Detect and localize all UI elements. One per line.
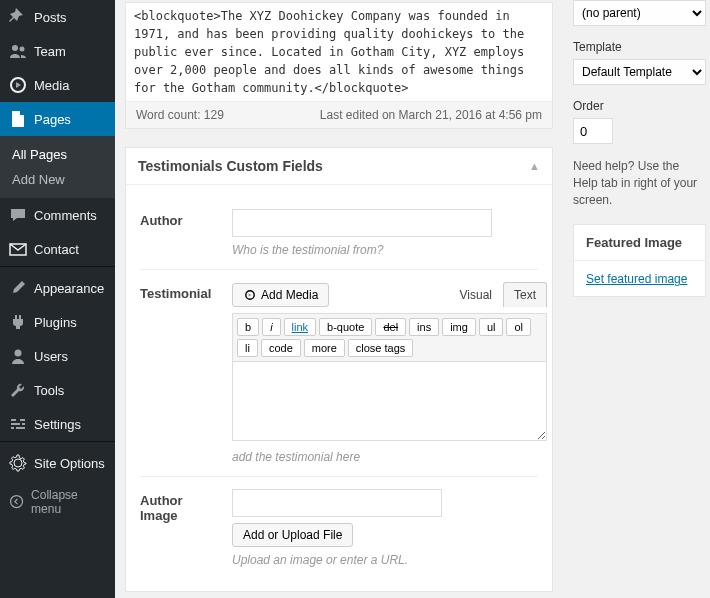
- sidebar-sub-all-pages[interactable]: All Pages: [0, 142, 115, 167]
- svg-point-1: [20, 47, 25, 52]
- wrench-icon: [8, 380, 28, 400]
- admin-sidebar: Posts Team Media Pages All Pages Add New…: [0, 0, 115, 598]
- sidebar-sub-add-new[interactable]: Add New: [0, 167, 115, 192]
- qt-ol[interactable]: ol: [506, 318, 531, 336]
- word-count: Word count: 129: [136, 108, 224, 122]
- sidebar-item-settings[interactable]: Settings: [0, 407, 115, 441]
- author-image-help: Upload an image or enter a URL.: [232, 553, 538, 567]
- svg-point-4: [11, 496, 23, 508]
- sidebar-item-label: Users: [34, 349, 68, 364]
- author-input[interactable]: [232, 209, 492, 237]
- order-label: Order: [573, 99, 706, 113]
- editor-status-bar: Word count: 129 Last edited on March 21,…: [126, 101, 552, 128]
- quicktags-toolbar: b i link b-quote del ins img ul ol li co: [232, 313, 547, 361]
- sidebar-item-label: Settings: [34, 417, 81, 432]
- comment-icon: [8, 205, 28, 225]
- page-icon: [8, 109, 28, 129]
- editor-tabs: Visual Text: [449, 282, 547, 307]
- collapse-icon: [8, 493, 25, 511]
- mail-icon: [8, 239, 28, 259]
- metabox-body: Author Who is the testimonial from? Test…: [126, 185, 552, 591]
- qt-italic[interactable]: i: [262, 318, 280, 336]
- qt-ins[interactable]: ins: [409, 318, 439, 336]
- gear-icon: [8, 453, 28, 473]
- tab-text[interactable]: Text: [503, 282, 547, 307]
- metabox-header[interactable]: Testimonials Custom Fields ▲: [126, 148, 552, 185]
- sidebar-item-comments[interactable]: Comments: [0, 198, 115, 232]
- sidebar-item-label: Team: [34, 44, 66, 59]
- sidebar-item-appearance[interactable]: Appearance: [0, 271, 115, 305]
- media-icon: [8, 75, 28, 95]
- sidebar-item-label: Appearance: [34, 281, 104, 296]
- tab-visual[interactable]: Visual: [449, 282, 503, 307]
- featured-image-title: Featured Image: [574, 225, 705, 261]
- set-featured-image-link[interactable]: Set featured image: [586, 272, 687, 286]
- add-media-label: Add Media: [261, 288, 318, 302]
- testimonials-metabox: Testimonials Custom Fields ▲ Author Who …: [125, 147, 553, 592]
- qt-blockquote[interactable]: b-quote: [319, 318, 372, 336]
- sidebar-item-label: Contact: [34, 242, 79, 257]
- qt-del[interactable]: del: [375, 318, 406, 336]
- sidebar-item-label: Media: [34, 78, 69, 93]
- qt-bold[interactable]: b: [237, 318, 259, 336]
- testimonial-label: Testimonial: [140, 282, 218, 464]
- field-testimonial: Testimonial Add Media Visual Text: [140, 270, 538, 477]
- template-label: Template: [573, 40, 706, 54]
- author-help: Who is the testimonial from?: [232, 243, 538, 257]
- testimonial-help: add the testimonial here: [232, 450, 547, 464]
- qt-li[interactable]: li: [237, 339, 258, 357]
- svg-point-0: [12, 45, 18, 51]
- editor-textarea[interactable]: <blockquote>The XYZ Doohickey Company wa…: [126, 3, 552, 101]
- plug-icon: [8, 312, 28, 332]
- collapse-label: Collapse menu: [31, 488, 107, 516]
- parent-select[interactable]: (no parent): [573, 0, 706, 26]
- users-icon: [8, 41, 28, 61]
- sidebar-item-label: Comments: [34, 208, 97, 223]
- pin-icon: [8, 7, 28, 27]
- qt-link[interactable]: link: [284, 318, 317, 336]
- sidebar-item-label: Posts: [34, 10, 67, 25]
- main-content: <blockquote>The XYZ Doohickey Company wa…: [115, 0, 563, 598]
- metabox-toggle-icon[interactable]: ▲: [529, 160, 540, 172]
- sidebar-item-label: Site Options: [34, 456, 105, 471]
- sidebar-item-tools[interactable]: Tools: [0, 373, 115, 407]
- qt-more[interactable]: more: [304, 339, 345, 357]
- order-input[interactable]: [573, 118, 613, 144]
- qt-close-tags[interactable]: close tags: [348, 339, 414, 357]
- media-icon: [243, 288, 257, 302]
- qt-img[interactable]: img: [442, 318, 476, 336]
- add-media-button[interactable]: Add Media: [232, 283, 329, 307]
- author-image-input[interactable]: [232, 489, 442, 517]
- metabox-title: Testimonials Custom Fields: [138, 158, 323, 174]
- sidebar-item-label: Tools: [34, 383, 64, 398]
- sidebar-item-contact[interactable]: Contact: [0, 232, 115, 266]
- sidebar-item-pages[interactable]: Pages: [0, 102, 115, 136]
- sidebar-item-label: Plugins: [34, 315, 77, 330]
- qt-code[interactable]: code: [261, 339, 301, 357]
- template-select[interactable]: Default Template: [573, 59, 706, 85]
- last-edited: Last edited on March 21, 2016 at 4:56 pm: [320, 108, 542, 122]
- testimonial-editor: Add Media Visual Text b i link: [232, 282, 547, 444]
- sidebar-item-posts[interactable]: Posts: [0, 0, 115, 34]
- sidebar-collapse[interactable]: Collapse menu: [0, 480, 115, 524]
- user-icon: [8, 346, 28, 366]
- sliders-icon: [8, 414, 28, 434]
- qt-ul[interactable]: ul: [479, 318, 504, 336]
- svg-point-3: [15, 350, 22, 357]
- help-text: Need help? Use the Help tab in right of …: [573, 158, 706, 208]
- right-sidebar: (no parent) Template Default Template Or…: [563, 0, 710, 598]
- brush-icon: [8, 278, 28, 298]
- author-image-label: Author Image: [140, 489, 218, 567]
- sidebar-submenu: All Pages Add New: [0, 136, 115, 198]
- testimonial-textarea[interactable]: [232, 361, 547, 441]
- content-editor: <blockquote>The XYZ Doohickey Company wa…: [125, 2, 553, 129]
- sidebar-item-users[interactable]: Users: [0, 339, 115, 373]
- field-author: Author Who is the testimonial from?: [140, 197, 538, 270]
- add-upload-button[interactable]: Add or Upload File: [232, 523, 353, 547]
- sidebar-item-label: Pages: [34, 112, 71, 127]
- featured-image-box: Featured Image Set featured image: [573, 224, 706, 297]
- sidebar-item-site-options[interactable]: Site Options: [0, 446, 115, 480]
- sidebar-item-media[interactable]: Media: [0, 68, 115, 102]
- sidebar-item-team[interactable]: Team: [0, 34, 115, 68]
- sidebar-item-plugins[interactable]: Plugins: [0, 305, 115, 339]
